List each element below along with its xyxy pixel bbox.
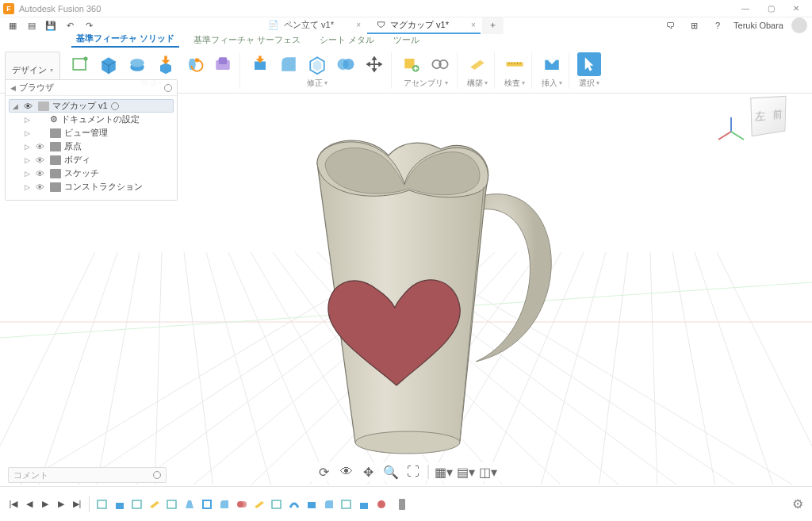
ribbon-tab-sheetmetal[interactable]: シート メタル <box>315 33 379 48</box>
zoom-icon[interactable]: 🔍 <box>384 465 398 479</box>
feature-fillet-2[interactable] <box>322 497 336 511</box>
window-close[interactable]: ✕ <box>783 1 809 17</box>
svg-line-39 <box>228 252 344 485</box>
feature-extrude-1[interactable] <box>113 497 127 511</box>
timeline-prev[interactable]: ◀ <box>22 497 36 511</box>
feature-loft-1[interactable] <box>182 497 197 511</box>
orbit-icon[interactable]: ⟳ <box>317 465 331 479</box>
svg-line-18 <box>87 252 450 485</box>
viewcube-left[interactable]: 左 <box>755 109 766 125</box>
timeline-first[interactable]: |◀ <box>6 497 21 511</box>
browser-settings-icon[interactable] <box>164 84 172 92</box>
pan-icon[interactable]: ✥ <box>362 465 376 479</box>
tree-label: ドキュメントの設定 <box>61 113 140 125</box>
browser-panel: ◀ ブラウザ ◢👁 マグカップ v1 ▷⚙ドキュメントの設定 ▷ビュー管理 ▷👁… <box>5 79 178 201</box>
timeline-last[interactable]: ▶| <box>70 497 84 511</box>
new-tab-button[interactable]: ＋ <box>482 17 504 34</box>
svg-rect-55 <box>167 500 176 508</box>
comment-input[interactable]: コメント <box>8 467 167 483</box>
extrude-icon[interactable] <box>154 52 178 76</box>
data-panel-button[interactable]: ▦ <box>5 18 21 33</box>
comment-placeholder: コメント <box>13 469 48 481</box>
comment-settings-icon[interactable] <box>153 471 161 479</box>
tree-label: ボディ <box>64 154 90 166</box>
activate-radio[interactable] <box>111 102 119 110</box>
fit-icon[interactable]: ⛶ <box>406 465 420 479</box>
shell-icon[interactable] <box>305 52 329 76</box>
feature-sketch-2[interactable] <box>130 497 144 511</box>
avatar[interactable] <box>791 17 807 33</box>
feature-plane-2[interactable] <box>252 497 266 511</box>
tree-label: スケッチ <box>64 167 99 179</box>
tree-item-views[interactable]: ▷ビュー管理 <box>9 126 174 140</box>
emboss-icon[interactable] <box>211 52 235 76</box>
feature-shell-1[interactable] <box>200 497 214 511</box>
file-button[interactable]: ▤ <box>24 18 40 33</box>
svg-line-35 <box>317 252 598 485</box>
feature-fillet-1[interactable] <box>217 497 232 511</box>
feature-sketch-1[interactable] <box>95 497 109 511</box>
svg-line-28 <box>672 252 722 485</box>
tree-item-construction[interactable]: ▷👁コンストラクション <box>9 180 174 193</box>
timeline-next[interactable]: ▶ <box>54 497 68 511</box>
new-sketch-icon[interactable] <box>68 52 92 76</box>
feature-combine-1[interactable] <box>235 497 249 511</box>
ribbon-tab-surface[interactable]: 基準フィーチャ サーフェス <box>189 33 305 48</box>
press-pull-icon[interactable] <box>248 52 272 76</box>
look-icon[interactable]: 👁 <box>339 465 354 479</box>
combine-icon[interactable] <box>334 52 358 76</box>
measure-icon[interactable] <box>503 52 527 76</box>
notifications-icon[interactable]: 🗨 <box>662 18 678 33</box>
move-icon[interactable] <box>362 52 386 76</box>
group-label: 選択 <box>579 78 595 89</box>
tree-item-sketches[interactable]: ▷👁スケッチ <box>9 167 174 180</box>
tree-item-docsettings[interactable]: ▷⚙ドキュメントの設定 <box>9 113 174 126</box>
timeline-settings-icon[interactable]: ⚙ <box>790 496 806 512</box>
extensions-icon[interactable]: ⊞ <box>686 18 702 33</box>
viewport-layout-icon[interactable]: ◫▾ <box>481 465 496 479</box>
timeline-play[interactable]: ▶ <box>38 497 52 511</box>
insert-icon[interactable] <box>540 52 564 76</box>
feature-appearance-1[interactable] <box>374 497 389 511</box>
viewcube-front[interactable]: 前 <box>772 108 782 122</box>
svg-line-20 <box>214 252 495 485</box>
doc-tab-label: ペン立て v1* <box>284 19 334 31</box>
tree-item-bodies[interactable]: ▷👁ボディ <box>9 153 174 167</box>
close-icon[interactable]: × <box>356 21 361 29</box>
doc-tab-mugcup[interactable]: 🛡 マグカップ v1* × <box>367 17 481 34</box>
select-icon[interactable] <box>577 52 601 76</box>
display-settings-icon[interactable]: ▦▾ <box>437 465 451 479</box>
joint-icon[interactable] <box>428 52 452 76</box>
close-icon[interactable]: × <box>471 21 476 29</box>
svg-line-41 <box>184 252 217 485</box>
grid-settings-icon[interactable]: ▤▾ <box>459 465 473 479</box>
feature-sweep-1[interactable] <box>287 497 301 511</box>
viewcube[interactable]: 左 前 <box>742 89 798 144</box>
create-form-icon[interactable] <box>125 52 149 76</box>
fillet-icon[interactable] <box>277 52 301 76</box>
window-maximize[interactable]: ▢ <box>758 1 783 17</box>
feature-combine-2[interactable] <box>304 497 319 511</box>
feature-sketch-5[interactable] <box>339 497 354 511</box>
box-icon[interactable] <box>97 52 121 76</box>
help-icon[interactable]: ? <box>710 18 726 33</box>
ribbon-tab-tools[interactable]: ツール <box>389 33 424 48</box>
tree-item-origin[interactable]: ▷👁原点 <box>9 140 174 153</box>
feature-extrude-2[interactable] <box>357 497 371 511</box>
tree-root[interactable]: ◢👁 マグカップ v1 <box>9 99 174 113</box>
feature-sketch-3[interactable] <box>165 497 179 511</box>
save-button[interactable]: 💾 <box>43 18 59 33</box>
svg-line-31 <box>406 252 812 485</box>
user-name[interactable]: Teruki Obara <box>733 21 783 30</box>
new-component-icon[interactable] <box>400 52 423 76</box>
timeline-playhead[interactable] <box>399 499 405 510</box>
window-minimize[interactable]: — <box>733 1 758 17</box>
ribbon-tab-solid[interactable]: 基準フィーチャ ソリッド <box>71 31 179 48</box>
svg-line-51 <box>731 132 744 140</box>
plane-icon[interactable] <box>465 52 489 76</box>
doc-tab-penstand[interactable]: 📄 ペン立て v1* × <box>259 17 366 34</box>
timeline-scrubber[interactable] <box>399 502 788 507</box>
revolve-icon[interactable] <box>182 52 206 76</box>
feature-sketch-4[interactable] <box>270 497 284 511</box>
feature-plane-1[interactable] <box>147 497 162 511</box>
